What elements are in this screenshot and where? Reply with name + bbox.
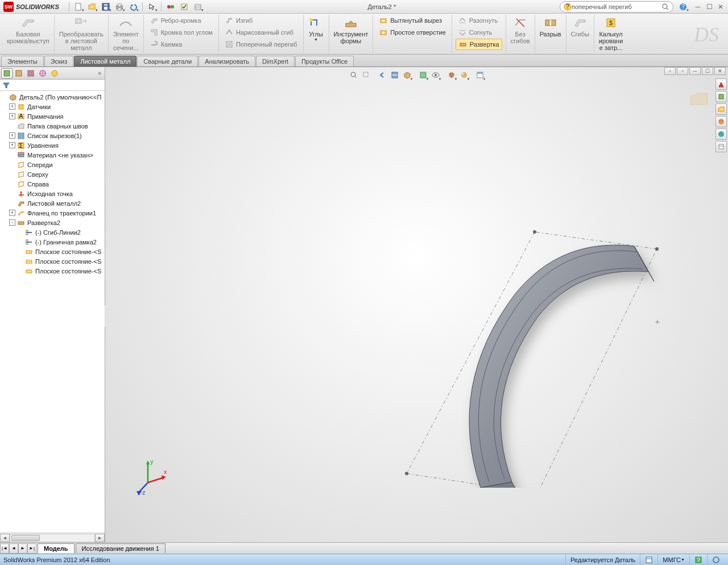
taskpane-view-palette[interactable] — [715, 116, 727, 127]
flatten-button[interactable]: Развертка — [456, 39, 502, 50]
panel-tabs-more[interactable]: » — [96, 70, 104, 76]
scroll-thumb[interactable] — [11, 535, 40, 541]
tree-item[interactable]: (-) Граничная рамка2 — [0, 237, 105, 247]
hide-show-button[interactable]: ▼ — [430, 69, 441, 81]
doc-window-2[interactable]: ▫ — [677, 67, 688, 75]
restore-button[interactable]: ☐ — [704, 2, 714, 11]
save-button[interactable]: ▼ — [100, 1, 112, 13]
command-tab-5[interactable]: DimXpert — [256, 56, 295, 67]
extruded-cut-button[interactable]: Вытянутый вырез — [377, 15, 448, 26]
tree-item[interactable]: Плоское состояние-<S — [0, 247, 105, 256]
zoom-area-button[interactable] — [361, 69, 372, 81]
tree-root[interactable]: Деталь2 (По умолчанию<<П — [0, 92, 105, 102]
scroll-track[interactable] — [10, 534, 95, 542]
new-button[interactable]: ▼ — [72, 1, 85, 13]
corners-button[interactable]: Углы▼ — [306, 15, 326, 43]
minimize-button[interactable]: ─ — [693, 2, 703, 11]
jog-button[interactable]: Изгиб — [222, 15, 300, 26]
command-tab-2[interactable]: Листовой металл — [74, 56, 136, 67]
command-tab-0[interactable]: Элементы — [1, 56, 44, 67]
3d-viewport[interactable]: ▫ ▫ ─ ☐ ✕ ▼ ▼ ▼ ▼ ▼ — [105, 67, 728, 542]
tab-next[interactable]: ► — [18, 543, 27, 554]
tree-expander[interactable]: - — [9, 219, 15, 226]
tree-item[interactable]: +Список вырезов(1) — [0, 131, 105, 140]
motion-study-tab[interactable]: Исследование движения 1 — [76, 543, 166, 553]
doc-close[interactable]: ✕ — [714, 67, 726, 75]
config-manager-tab[interactable] — [25, 68, 36, 78]
status-help-icon[interactable]: ? — [689, 554, 707, 565]
taskpane-appearances[interactable] — [715, 128, 727, 140]
search-icon[interactable] — [661, 3, 669, 11]
unfold-button[interactable]: Разогнуть — [456, 15, 502, 26]
rebuild-button[interactable] — [178, 1, 191, 13]
tree-item[interactable]: Спереди — [0, 160, 105, 169]
sketched-bend-button[interactable]: Нарисованный сгиб — [222, 27, 300, 38]
tree-expander[interactable]: + — [9, 132, 15, 139]
search-input[interactable] — [572, 3, 661, 10]
command-tab-3[interactable]: Сварные детали — [137, 56, 198, 67]
insert-bends-button[interactable]: Сгибы — [569, 15, 592, 39]
base-flange-button[interactable]: Базовая кромка/выступ — [5, 15, 52, 45]
dimxpert-manager-tab[interactable] — [37, 68, 48, 78]
previous-view-button[interactable] — [377, 69, 388, 81]
display-style-button[interactable]: ▼ — [417, 69, 429, 81]
taskpane-resources[interactable] — [715, 78, 727, 90]
property-manager-tab[interactable] — [13, 68, 24, 78]
search-box[interactable]: ? — [560, 1, 673, 13]
apply-scene-button[interactable]: ▼ — [458, 69, 470, 81]
feature-tree[interactable]: Деталь2 (По умолчанию<<П +Датчики+AПриме… — [0, 91, 105, 533]
tree-expander[interactable]: + — [9, 103, 15, 110]
command-tab-6[interactable]: Продукты Office — [295, 56, 354, 67]
tree-item[interactable]: Материал <не указан> — [0, 150, 105, 160]
model-tab[interactable]: Модель — [38, 543, 75, 553]
simple-hole-button[interactable]: Простое отверстие — [377, 27, 448, 38]
view-settings-button[interactable]: ▼ — [474, 69, 486, 81]
scroll-left-button[interactable]: ◄ — [0, 534, 10, 542]
no-bends-button[interactable]: Без сгибов — [508, 15, 532, 45]
scroll-right-button[interactable]: ► — [95, 534, 105, 542]
tab-first[interactable]: |◄ — [0, 543, 9, 554]
tree-item[interactable]: (-) Сгиб-Линии2 — [0, 227, 105, 237]
rip-button[interactable]: Разрыв — [537, 15, 564, 39]
cross-break-button[interactable]: Поперечный перегиб — [222, 39, 300, 50]
forming-tool-button[interactable]: Инструмент формы — [332, 15, 371, 45]
convert-sheetmetal-button[interactable]: Преобразовать в листовой металл — [57, 15, 106, 52]
taskpane-library[interactable] — [715, 91, 727, 102]
tree-item[interactable]: Плоское состояние-<S — [0, 266, 105, 276]
tree-item[interactable]: +AПримечания — [0, 111, 105, 121]
filter-icon[interactable] — [2, 81, 10, 89]
zoom-fit-button[interactable] — [348, 69, 359, 81]
section-view-button[interactable] — [389, 69, 400, 81]
display-manager-tab[interactable] — [49, 68, 60, 78]
tree-item[interactable]: Исходная точка — [0, 189, 105, 198]
tree-horizontal-scrollbar[interactable]: ◄ ► — [0, 533, 105, 542]
fold-button[interactable]: Согнуть — [456, 27, 502, 38]
tree-item[interactable]: -Развертка2 — [0, 218, 105, 227]
tree-item[interactable]: Листовой металл2 — [0, 198, 105, 208]
feature-tree-tab[interactable] — [1, 68, 13, 78]
print-button[interactable]: ▼ — [113, 1, 126, 13]
select-button[interactable]: ▼ — [146, 1, 158, 13]
tree-item[interactable]: Сверху — [0, 169, 105, 179]
tree-item[interactable]: Папка сварных швов — [0, 121, 105, 131]
traffic-light-icon[interactable] — [164, 1, 177, 13]
tree-expander[interactable]: + — [9, 210, 15, 216]
options-button[interactable]: ▼ — [192, 1, 204, 13]
view-orientation-button[interactable]: ▼ — [402, 69, 413, 81]
orientation-triad[interactable]: y x z — [131, 457, 171, 497]
status-customize-icon[interactable] — [640, 554, 657, 565]
tree-item[interactable]: Справа — [0, 179, 105, 189]
help-button[interactable]: ?▼ — [677, 1, 689, 13]
open-button[interactable]: ▼ — [86, 1, 98, 13]
status-units[interactable]: ММГС ▼ — [657, 554, 689, 565]
close-button[interactable]: ✕ — [715, 2, 726, 11]
doc-window-1[interactable]: ▫ — [664, 67, 676, 75]
undo-button[interactable]: ▼ — [127, 1, 139, 13]
miter-flange-button[interactable]: Кромка пол углом — [147, 27, 215, 38]
costing-button[interactable]: $Калькул ировани е затр... — [597, 15, 625, 52]
command-tab-4[interactable]: Анализировать — [198, 56, 255, 67]
tab-last[interactable]: ►| — [27, 543, 36, 554]
tree-expander[interactable]: + — [9, 142, 15, 148]
taskpane-explorer[interactable] — [715, 103, 727, 115]
taskpane-custom-props[interactable] — [715, 141, 727, 152]
